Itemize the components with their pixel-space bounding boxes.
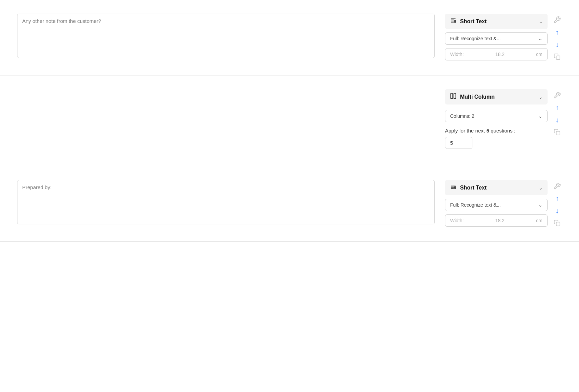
apply-input-box[interactable]: 5 <box>445 137 472 149</box>
width-unit-1: cm <box>536 52 542 57</box>
section-short-text-1: Short Text ⌄ Full: Recognize text &... ⌄… <box>0 0 579 75</box>
side-actions-2: ↑ ↓ <box>552 89 562 137</box>
multi-type-dropdown[interactable]: Multi Column ⌄ <box>445 89 548 104</box>
side-actions-1: ↑ ↓ <box>552 14 562 61</box>
wrench-icon-3[interactable] <box>552 181 562 191</box>
width-unit-3: cm <box>536 218 542 223</box>
section-right-3: Short Text ⌄ Full: Recognize text &... ⌄… <box>445 180 562 228</box>
controls-panel-3: Short Text ⌄ Full: Recognize text &... ⌄… <box>445 180 548 227</box>
page-wrapper: Short Text ⌄ Full: Recognize text &... ⌄… <box>0 0 579 392</box>
apply-count: 5 <box>486 128 489 134</box>
controls-panel-1: Short Text ⌄ Full: Recognize text &... ⌄… <box>445 14 548 60</box>
width-label-3: Width: <box>450 218 464 223</box>
width-field-3: Width: 18.2 cm <box>445 214 548 227</box>
apply-prefix: Apply for the next <box>445 128 486 134</box>
side-actions-3: ↑ ↓ <box>552 180 562 228</box>
sub-dropdown-3[interactable]: Full: Recognize text &... ⌄ <box>445 199 548 211</box>
svg-rect-8 <box>454 94 456 99</box>
multi-type-inner: Multi Column <box>450 93 495 101</box>
width-label-1: Width: <box>450 52 464 57</box>
width-value-1: 18.2 <box>467 52 534 57</box>
sub-dropdown-1[interactable]: Full: Recognize text &... ⌄ <box>445 32 548 45</box>
copy-icon-3[interactable] <box>552 218 562 228</box>
type-label-1: Short Text <box>460 18 487 25</box>
question-textarea-1[interactable] <box>17 14 435 58</box>
apply-row: Apply for the next 5 questions : 5 <box>445 128 548 149</box>
sub-option-label-3: Full: Recognize text &... <box>450 202 501 208</box>
chevron-down-icon-3: ⌄ <box>539 185 543 191</box>
arrow-up-icon-1[interactable]: ↑ <box>552 27 562 37</box>
apply-suffix: questions : <box>489 128 515 134</box>
apply-text: Apply for the next 5 questions : <box>445 128 548 134</box>
svg-rect-6 <box>556 56 560 60</box>
section-right-1: Short Text ⌄ Full: Recognize text &... ⌄… <box>445 14 562 61</box>
chevron-down-icon-1: ⌄ <box>539 19 543 24</box>
arrow-down-icon-1[interactable]: ↓ <box>552 40 562 49</box>
paragraph-icon-1 <box>450 17 457 26</box>
section-multi-column: Multi Column ⌄ Columns: 2 ⌄ Apply for th… <box>0 75 579 166</box>
width-field-1: Width: 18.2 cm <box>445 48 548 60</box>
copy-icon-1[interactable] <box>552 52 562 61</box>
paragraph-icon-3 <box>450 183 457 192</box>
columns-dropdown[interactable]: Columns: 2 ⌄ <box>445 110 548 122</box>
section-short-text-2: Short Text ⌄ Full: Recognize text &... ⌄… <box>0 166 579 242</box>
chevron-down-icon-sub-1: ⌄ <box>538 36 542 41</box>
copy-icon-2[interactable] <box>552 127 562 137</box>
svg-rect-16 <box>556 222 560 226</box>
chevron-down-icon-multi: ⌄ <box>539 94 543 100</box>
columns-label: Columns: 2 <box>450 113 474 119</box>
multi-controls: Multi Column ⌄ Columns: 2 ⌄ Apply for th… <box>445 89 548 149</box>
type-dropdown-inner-3: Short Text <box>450 183 487 192</box>
width-value-3: 18.2 <box>467 218 534 223</box>
section-left-1 <box>17 14 435 59</box>
arrow-up-icon-2[interactable]: ↑ <box>552 103 562 112</box>
type-dropdown-inner-1: Short Text <box>450 17 487 26</box>
arrow-up-icon-3[interactable]: ↑ <box>552 194 562 203</box>
type-dropdown-1[interactable]: Short Text ⌄ <box>445 14 548 29</box>
sub-option-label-1: Full: Recognize text &... <box>450 36 501 41</box>
multi-right: Multi Column ⌄ Columns: 2 ⌄ Apply for th… <box>445 89 562 149</box>
svg-rect-7 <box>451 94 453 99</box>
chevron-down-icon-sub-3: ⌄ <box>538 202 542 208</box>
question-textarea-2[interactable] <box>17 180 435 224</box>
wrench-icon-1[interactable] <box>552 15 562 25</box>
multi-column-icon <box>450 93 457 101</box>
wrench-icon-2[interactable] <box>552 90 562 100</box>
chevron-down-icon-columns: ⌄ <box>538 113 542 119</box>
type-dropdown-3[interactable]: Short Text ⌄ <box>445 180 548 195</box>
type-label-3: Short Text <box>460 185 487 191</box>
svg-rect-9 <box>556 131 560 135</box>
multi-type-label: Multi Column <box>460 94 495 100</box>
arrow-down-icon-3[interactable]: ↓ <box>552 206 562 215</box>
arrow-down-icon-2[interactable]: ↓ <box>552 115 562 125</box>
apply-value: 5 <box>450 140 453 146</box>
section-left-3 <box>17 180 435 225</box>
